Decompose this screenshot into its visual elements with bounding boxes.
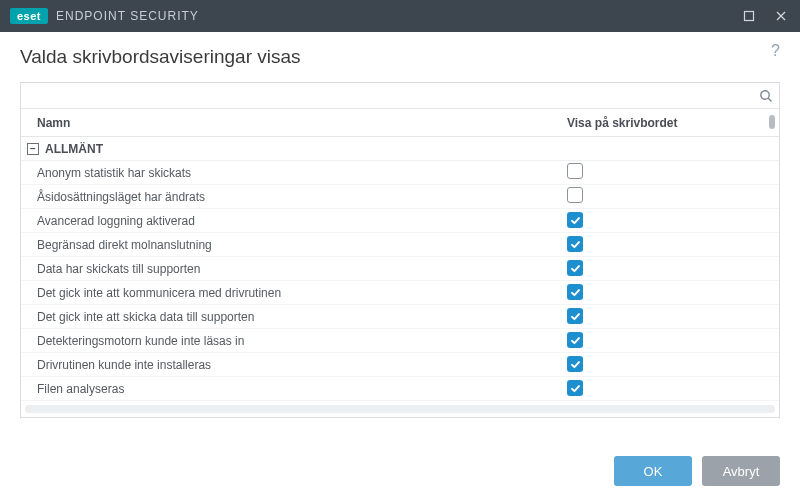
show-on-desktop-checkbox[interactable] <box>567 332 583 348</box>
table-row: Det gick inte att kommunicera med drivru… <box>21 281 779 305</box>
row-name: Begränsad direkt molnanslutning <box>37 238 567 252</box>
search-input[interactable] <box>29 85 759 107</box>
column-header-show[interactable]: Visa på skrivbordet <box>567 116 678 130</box>
group-row-general[interactable]: − ALLMÄNT <box>21 137 779 161</box>
table-row: Begränsad direkt molnanslutning <box>21 233 779 257</box>
titlebar: eset ENDPOINT SECURITY <box>0 0 800 32</box>
minimize-icon[interactable] <box>740 7 758 25</box>
brand-badge: eset <box>10 8 48 24</box>
row-name: Det gick inte att skicka data till suppo… <box>37 310 567 324</box>
row-name: Drivrutinen kunde inte installeras <box>37 358 567 372</box>
show-on-desktop-checkbox[interactable] <box>567 356 583 372</box>
svg-rect-0 <box>745 12 754 21</box>
table-header: Namn Visa på skrivbordet <box>21 109 779 137</box>
group-label: ALLMÄNT <box>45 142 103 156</box>
row-name: Anonym statistik har skickats <box>37 166 567 180</box>
svg-point-3 <box>761 90 769 98</box>
show-on-desktop-checkbox[interactable] <box>567 284 583 300</box>
cancel-button[interactable]: Avbryt <box>702 456 780 486</box>
search-icon[interactable] <box>759 89 773 103</box>
collapse-icon[interactable]: − <box>27 143 39 155</box>
table-row: Data har skickats till supporten <box>21 257 779 281</box>
dialog-footer: OK Avbryt <box>0 442 800 500</box>
table-body: − ALLMÄNT Anonym statistik har skickatsÅ… <box>21 137 779 403</box>
close-icon[interactable] <box>772 7 790 25</box>
page-title: Valda skrivbordsaviseringar visas <box>20 46 301 68</box>
horizontal-scrollbar[interactable] <box>25 405 775 413</box>
ok-button[interactable]: OK <box>614 456 692 486</box>
table-row: Avancerad loggning aktiverad <box>21 209 779 233</box>
row-name: Det gick inte att kommunicera med drivru… <box>37 286 567 300</box>
table-row: Det gick inte att skicka data till suppo… <box>21 305 779 329</box>
vertical-scrollbar[interactable] <box>769 115 775 129</box>
row-name: Detekteringsmotorn kunde inte läsas in <box>37 334 567 348</box>
show-on-desktop-checkbox[interactable] <box>567 212 583 228</box>
show-on-desktop-checkbox[interactable] <box>567 187 583 203</box>
row-name: Avancerad loggning aktiverad <box>37 214 567 228</box>
table-row: Åsidosättningsläget har ändrats <box>21 185 779 209</box>
show-on-desktop-checkbox[interactable] <box>567 380 583 396</box>
table-row: Drivrutinen kunde inte installeras <box>21 353 779 377</box>
row-name: Filen analyseras <box>37 382 567 396</box>
show-on-desktop-checkbox[interactable] <box>567 163 583 179</box>
search-row <box>21 83 779 109</box>
table-row: Detekteringsmotorn kunde inte läsas in <box>21 329 779 353</box>
table-row: Anonym statistik har skickats <box>21 161 779 185</box>
notifications-panel: Namn Visa på skrivbordet − ALLMÄNT Anony… <box>20 82 780 418</box>
table-row: Filen analyseras <box>21 377 779 401</box>
show-on-desktop-checkbox[interactable] <box>567 236 583 252</box>
brand-text: ENDPOINT SECURITY <box>56 9 199 23</box>
svg-line-4 <box>768 98 771 101</box>
row-name: Åsidosättningsläget har ändrats <box>37 190 567 204</box>
show-on-desktop-checkbox[interactable] <box>567 260 583 276</box>
row-name: Data har skickats till supporten <box>37 262 567 276</box>
column-header-name[interactable]: Namn <box>37 116 567 130</box>
show-on-desktop-checkbox[interactable] <box>567 308 583 324</box>
help-icon[interactable]: ? <box>771 42 780 68</box>
